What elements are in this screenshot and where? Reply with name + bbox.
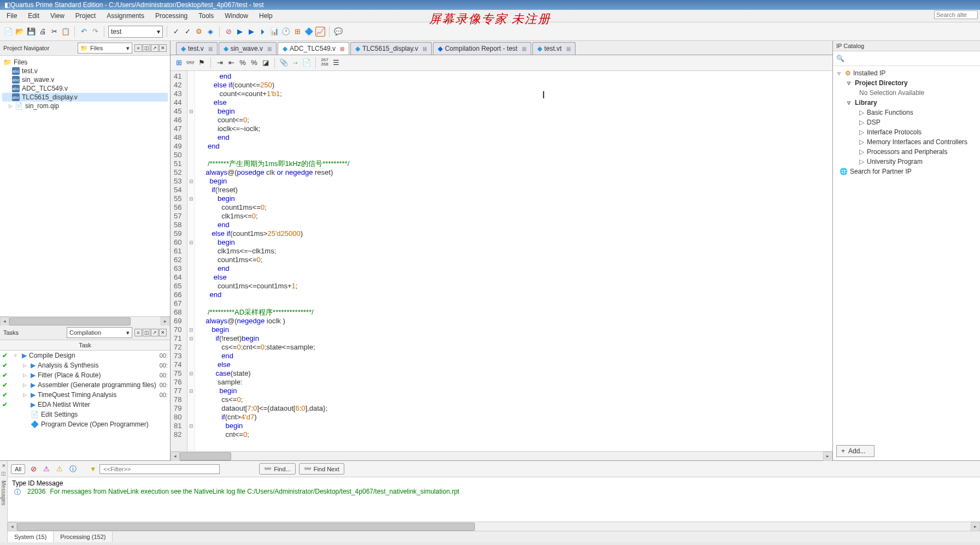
task-row[interactable]: ✔▷▶Assembler (Generate programming files… [0, 380, 170, 390]
assign-icon[interactable]: ✓ [183, 27, 192, 37]
expand-icon[interactable]: ▷ [23, 372, 28, 378]
close-icon[interactable]: ⊠ [340, 46, 344, 52]
expand-icon[interactable]: ▷ [23, 382, 28, 388]
error-icon[interactable]: ⊘ [28, 464, 38, 474]
pin-icon[interactable]: ⚙ [194, 27, 204, 37]
expand-icon[interactable]: ▷ [23, 392, 28, 398]
task-row[interactable]: ✔▶EDA Netlist Writer [0, 400, 170, 410]
tasks-eq-icon[interactable]: ≡ [134, 329, 142, 336]
attach-icon[interactable]: 📎 [279, 57, 289, 67]
nav-eq-icon[interactable]: ≡ [134, 44, 142, 52]
select-icon[interactable]: ⊞ [174, 57, 184, 67]
editor-tab[interactable]: ◆test.vt⊠ [532, 42, 576, 55]
tree-file[interactable]: abctest.v [2, 67, 168, 75]
close-icon[interactable]: ✕ [2, 463, 6, 469]
sheet-icon[interactable]: 📄 [302, 57, 312, 67]
signal-icon[interactable]: 📈 [315, 27, 325, 37]
close-icon[interactable]: ⊠ [566, 46, 571, 52]
editor-tab[interactable]: ◆Compilation Report - test⊠ [433, 42, 531, 55]
analyze-icon[interactable]: ▶ [247, 27, 256, 37]
tasks-close-icon[interactable]: ✕ [159, 329, 167, 336]
menu-help[interactable]: Help [255, 11, 277, 21]
editor-tab[interactable]: ◆sin_wave.v⊠ [219, 42, 277, 55]
ip-tree[interactable]: ▿⚙Installed IP ▿Project Directory No Sel… [833, 66, 980, 442]
new-icon[interactable]: 📄 [3, 27, 13, 37]
menu-assignments[interactable]: Assignments [102, 11, 149, 21]
editor-tab[interactable]: ◆ADC_TLC549.v⊠ [278, 42, 349, 55]
filter-icon[interactable]: ▼ [90, 465, 96, 473]
ip-proj-dir[interactable]: ▿Project Directory [837, 78, 976, 88]
search-input[interactable] [934, 10, 978, 19]
expand-icon[interactable]: ▷ [23, 363, 28, 368]
menu-view[interactable]: View [46, 11, 69, 21]
scroll-left-icon[interactable]: ◂ [0, 317, 9, 326]
scroll-left-icon[interactable]: ◂ [171, 452, 180, 461]
warning-icon[interactable]: ⚠ [55, 464, 64, 474]
scroll-left-icon[interactable]: ◂ [8, 522, 17, 531]
timing-icon[interactable]: 🕐 [281, 27, 291, 37]
ip-cat[interactable]: ▷University Program [837, 157, 976, 167]
tasks-dock-icon[interactable]: ◫ [143, 329, 150, 336]
editor-tab[interactable]: ◆test.v⊠ [176, 42, 218, 55]
msg-scrollbar[interactable]: ◂ ▸ [8, 522, 980, 531]
expand-icon[interactable]: ▿ [14, 353, 20, 358]
comment-icon[interactable]: % [238, 57, 248, 67]
nav-undock-icon[interactable]: ↗ [151, 44, 159, 52]
close-icon[interactable]: ⊠ [422, 46, 427, 52]
step-icon[interactable]: ⏵ [258, 27, 268, 37]
filter-input[interactable] [99, 464, 220, 474]
expand-icon[interactable]: ▷ [9, 103, 13, 109]
bookmark-icon[interactable]: ⚑ [197, 57, 207, 67]
scroll-right-icon[interactable]: ▸ [823, 452, 832, 461]
code-area[interactable]: end else if(count<=250) count<=count+1'b… [195, 71, 832, 451]
list-icon[interactable]: ☰ [331, 57, 341, 67]
project-combo[interactable]: test▾ [108, 26, 163, 38]
chip-icon[interactable]: ◈ [206, 27, 215, 37]
open-icon[interactable]: 📂 [15, 27, 25, 37]
fold-gutter[interactable]: ⊟⊟⊟⊟⊟⊟⊟⊟⊟ [187, 71, 195, 451]
task-row[interactable]: ✔▷▶Analysis & Synthesis00: [0, 360, 170, 370]
tree-file[interactable]: abcADC_TLC549.v [2, 84, 168, 93]
indent-icon[interactable]: ⇥ [215, 57, 225, 67]
info-icon[interactable]: ⓘ [68, 464, 78, 474]
menu-window[interactable]: Window [220, 11, 253, 21]
tasks-undock-icon[interactable]: ↗ [151, 329, 159, 336]
search-box[interactable] [934, 10, 978, 19]
task-row[interactable]: ✔▷▶TimeQuest Timing Analysis00: [0, 390, 170, 400]
message-row[interactable]: ⓘ 22036 For messages from NativeLink exe… [12, 487, 976, 497]
find-icon[interactable]: 👓 [185, 57, 195, 67]
print-icon[interactable]: 🖨 [38, 27, 48, 37]
undo-icon[interactable]: ↶ [79, 27, 89, 37]
editor-tab[interactable]: ◆TLC5615_display.v⊠ [350, 42, 432, 55]
nav-scrollbar[interactable]: ◂ ▸ [0, 316, 170, 325]
settings-icon[interactable]: ✓ [171, 27, 181, 37]
tree-file[interactable]: abcsin_wave.v [2, 75, 168, 84]
task-row[interactable]: ✔▿▶Compile Design00: [0, 351, 170, 360]
compile-icon[interactable]: ▶ [235, 27, 245, 37]
ip-cat[interactable]: ▷Memory Interfaces and Controllers [837, 137, 976, 147]
tasks-filter-combo[interactable]: Compilation▾ [67, 327, 132, 338]
stop-icon[interactable]: ⊘ [224, 27, 233, 37]
redo-icon[interactable]: ↷ [90, 27, 100, 37]
critical-icon[interactable]: ⚠ [42, 464, 51, 474]
menu-project[interactable]: Project [71, 11, 100, 21]
tree-file-selected[interactable]: abcTLC5615_display.v [2, 93, 168, 102]
ip-cat[interactable]: ▷Basic Functions [837, 108, 976, 117]
help-icon[interactable]: 💬 [333, 27, 343, 37]
uncomment-icon[interactable]: % [249, 57, 259, 67]
menu-processing[interactable]: Processing [151, 11, 192, 21]
num-icon[interactable]: 267268 [320, 57, 330, 67]
msg-tab-system[interactable]: System (15) [8, 531, 54, 542]
hierarchy-icon[interactable]: ⊞ [292, 27, 302, 37]
menu-tools[interactable]: Tools [194, 11, 218, 21]
find-button[interactable]: 👓Find... [259, 463, 296, 475]
dock-icon[interactable]: ◫ [1, 471, 6, 476]
editor-scrollbar[interactable]: ◂ ▸ [171, 451, 832, 460]
nav-dock-icon[interactable]: ◫ [143, 44, 150, 52]
search-icon[interactable]: 🔍 [836, 55, 844, 62]
block-icon[interactable]: ◪ [261, 57, 271, 67]
close-icon[interactable]: ⊠ [267, 46, 272, 52]
programmer-icon[interactable]: 🔷 [304, 27, 314, 37]
scroll-right-icon[interactable]: ▸ [161, 317, 170, 326]
outdent-icon[interactable]: ⇤ [226, 57, 236, 67]
